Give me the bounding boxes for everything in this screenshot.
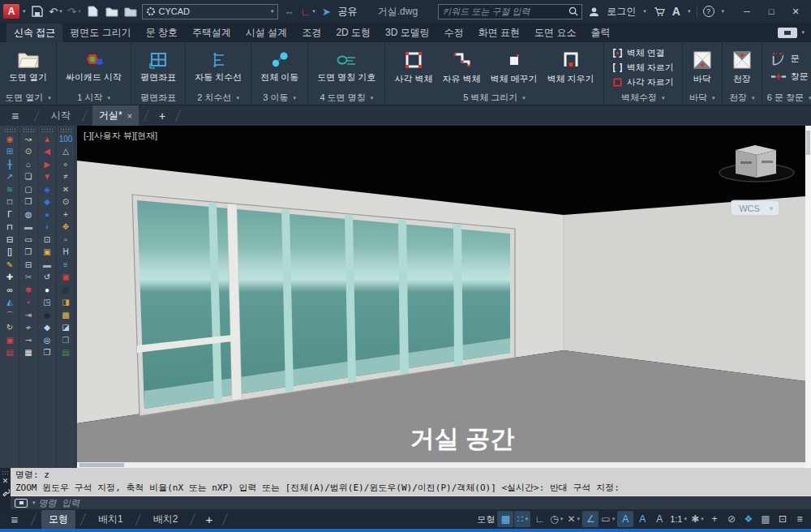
tool-icon[interactable]: ▣	[58, 272, 75, 285]
menu-tab[interactable]: 도면 요소	[527, 24, 583, 42]
wcs-badge[interactable]: WCS ▼	[731, 200, 779, 216]
vertical-scrollbar-thumb[interactable]	[806, 131, 810, 155]
group-name[interactable]: 4 도면 명칭▾	[310, 91, 383, 105]
menu-tab[interactable]: 3D 모델링	[378, 24, 437, 42]
file-tab-menu-icon[interactable]: ≡	[2, 105, 29, 126]
tool-icon[interactable]: ✥	[58, 221, 75, 234]
menu-tab[interactable]: 조경	[294, 24, 328, 42]
tool-icon[interactable]: ◭	[2, 297, 19, 310]
model-space-label[interactable]: 모형	[475, 511, 496, 527]
tool-icon[interactable]: ❐	[20, 196, 37, 209]
menu-tab[interactable]: 출력	[583, 24, 617, 42]
drawing-name-symbol-button[interactable]: 도면 명칭 기호	[313, 50, 380, 84]
tool-icon[interactable]: ◍	[20, 208, 37, 221]
new-tab-button[interactable]: +	[154, 109, 170, 122]
close-button[interactable]: ✕	[783, 2, 808, 21]
osnap-tracking-icon[interactable]: ∠	[582, 511, 599, 527]
group-start[interactable]: 1 시작▾	[58, 91, 129, 105]
floor-button[interactable]: 바닥	[688, 49, 717, 86]
ortho-mode-icon[interactable]: ∟	[531, 511, 547, 527]
tool-icon[interactable]: ⌒	[2, 309, 19, 322]
tool-icon[interactable]: ●	[39, 208, 56, 221]
toolbar-grip[interactable]	[23, 128, 34, 132]
tool-icon[interactable]: ❏	[20, 171, 37, 184]
new-layout-button[interactable]: +	[200, 513, 217, 526]
tool-icon[interactable]: ◨	[58, 297, 75, 310]
close-icon[interactable]: ✕	[2, 478, 9, 485]
tool-icon[interactable]: ◀	[39, 146, 56, 159]
tool-icon[interactable]: ❒	[20, 247, 37, 260]
tool-icon[interactable]: ⌂	[20, 158, 37, 171]
menu-tab[interactable]: 문 창호	[139, 24, 185, 42]
tool-icon[interactable]: □	[2, 196, 19, 209]
image-preview-icon[interactable]: ▩	[757, 511, 774, 527]
group-dim[interactable]: 2 치수선▾	[187, 91, 249, 105]
tool-icon[interactable]: ✂	[20, 272, 37, 285]
tool-icon[interactable]: ↻	[2, 322, 19, 335]
brand-a-icon[interactable]: A	[672, 5, 680, 18]
tool-icon[interactable]: ▼	[39, 171, 56, 184]
graphics-performance-icon[interactable]: ❖	[740, 511, 757, 527]
workspace-combo[interactable]: CYCAD ▾	[142, 4, 278, 19]
cart-icon[interactable]	[652, 4, 667, 19]
tool-icon[interactable]: +	[58, 208, 75, 221]
tool-icon[interactable]: ⊡	[39, 234, 56, 247]
toolbar-grip[interactable]	[4, 128, 15, 132]
polyline-tool-icon[interactable]: ∟▾	[301, 4, 315, 19]
tool-icon[interactable]: ╂	[2, 158, 19, 171]
tool-icon[interactable]: ▢	[20, 183, 37, 196]
ribbon-display-toggle[interactable]: ▾	[778, 28, 805, 38]
wall-trim-button[interactable]: 벽체 자르기	[609, 61, 677, 75]
app-menu-button[interactable]: A ▾	[3, 4, 26, 19]
folder-icon[interactable]	[123, 4, 138, 19]
object-snap-icon[interactable]: ▭▾	[599, 511, 616, 527]
isodraft-icon[interactable]: ✕▾	[565, 511, 581, 527]
group-wall-draw[interactable]: 5 벽체 그리기▾	[387, 91, 601, 105]
tab-start[interactable]: 시작	[45, 105, 77, 126]
isolate-objects-icon[interactable]: ⊘	[723, 511, 740, 527]
tool-icon[interactable]: ↺	[39, 272, 56, 285]
annotation-scale-value[interactable]: 1:1▾	[668, 511, 689, 527]
group-door-window[interactable]: 6 문 창문▾	[764, 91, 811, 105]
share-label[interactable]: 공유	[338, 5, 358, 19]
tool-icon[interactable]: ⊙	[20, 146, 37, 159]
free-wall-button[interactable]: 자유 벽체	[438, 49, 484, 86]
user-icon[interactable]	[586, 4, 601, 19]
close-icon[interactable]: ×	[127, 111, 132, 121]
tool-icon[interactable]: ❐	[39, 347, 56, 360]
group-open[interactable]: 도면 열기▾	[2, 91, 54, 105]
tool-icon[interactable]: ↝	[20, 133, 37, 146]
rect-trim-button[interactable]: 사각 자르기	[609, 75, 677, 89]
tool-icon[interactable]: ⊟	[2, 234, 19, 247]
tool-icon[interactable]: ⇥	[20, 309, 37, 322]
search-box[interactable]	[438, 4, 582, 19]
tool-icon[interactable]: ▦	[20, 347, 37, 360]
door-button[interactable]: 문	[767, 51, 811, 66]
move-all-button[interactable]: 전체 이동	[256, 50, 303, 84]
tool-icon[interactable]: ◉	[39, 309, 56, 322]
tool-icon[interactable]: ✚	[2, 272, 19, 285]
tool-icon[interactable]: ⊞	[2, 146, 19, 159]
tool-icon[interactable]: ●	[39, 284, 56, 297]
grip-dots-icon[interactable]	[2, 470, 9, 474]
tool-icon[interactable]: ⊟	[20, 259, 37, 272]
tool-icon[interactable]: ❒	[58, 334, 75, 347]
snap-mode-icon[interactable]: ∷▾	[514, 511, 530, 527]
menu-tab[interactable]: 수정	[437, 24, 471, 42]
share-plane-icon[interactable]: ➤	[320, 4, 334, 19]
menu-tab[interactable]: 주택설계	[185, 24, 238, 42]
tool-icon[interactable]: ◎	[39, 334, 56, 347]
polar-tracking-icon[interactable]: ◷▾	[548, 511, 564, 527]
toolbar-grip[interactable]	[41, 128, 53, 132]
tool-icon[interactable]: []	[2, 247, 19, 260]
wall-join-button[interactable]: 벽체 연결	[609, 46, 677, 60]
group-coord[interactable]: 평면좌표	[133, 91, 183, 105]
annotation-visibility-icon[interactable]: A	[617, 511, 633, 527]
tool-icon[interactable]: ⊓	[2, 221, 19, 234]
grid-display-icon[interactable]: ▦	[497, 511, 513, 527]
tool-icon[interactable]: ▤	[2, 347, 19, 360]
help-icon[interactable]: ?	[703, 6, 714, 17]
horizontal-scrollbar-thumb[interactable]	[79, 463, 124, 467]
menu-tab[interactable]: 시설 설계	[238, 24, 294, 42]
command-input[interactable]	[39, 498, 807, 508]
